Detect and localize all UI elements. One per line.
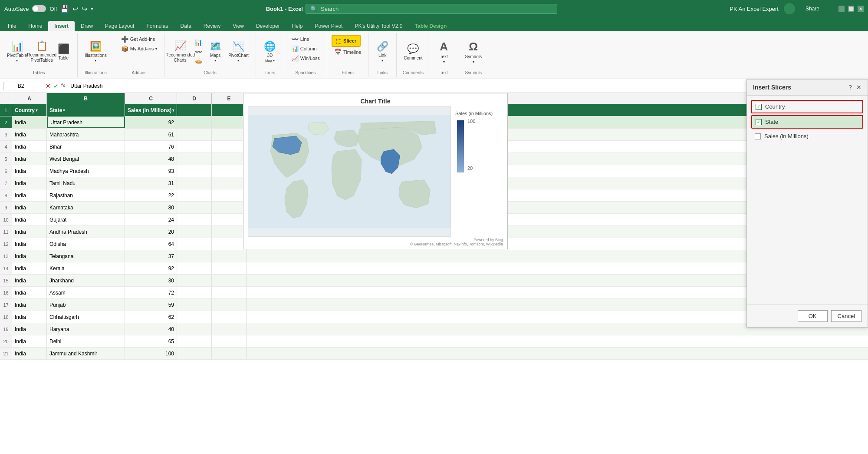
cell-20-sales[interactable]: 65 (125, 335, 177, 347)
cell-11-sales[interactable]: 20 (125, 226, 177, 238)
header-state[interactable]: State ▾ (47, 104, 125, 116)
cell-9-country[interactable]: India (12, 202, 47, 213)
cell-12-d[interactable] (177, 238, 212, 250)
symbols-button[interactable]: Ω Symbols ▾ (463, 38, 484, 66)
cell-20-d[interactable] (177, 335, 212, 347)
cell-3-sales[interactable]: 61 (125, 129, 177, 140)
cell-18-d[interactable] (177, 311, 212, 323)
cell-19-state[interactable]: Haryana (47, 323, 125, 335)
tab-tabledesign[interactable]: Table Design (409, 21, 453, 31)
cell-10-country[interactable]: India (12, 214, 47, 225)
cell-16-state[interactable]: Assam (47, 287, 125, 298)
cell-9-e[interactable] (212, 202, 247, 213)
slicer-button[interactable]: ⬚ Slicer (332, 35, 361, 47)
tab-data[interactable]: Data (174, 21, 197, 31)
cell-1e[interactable] (212, 104, 247, 116)
cell-11-d[interactable] (177, 226, 212, 238)
cell-7-sales[interactable]: 31 (125, 177, 177, 189)
cell-18-sales[interactable]: 62 (125, 311, 177, 323)
cell-16-country[interactable]: India (12, 287, 47, 298)
cell-17-sales[interactable]: 59 (125, 299, 177, 311)
cell-8-sales[interactable]: 22 (125, 189, 177, 201)
cell-1d[interactable] (177, 104, 212, 116)
cell-8-country[interactable]: India (12, 189, 47, 201)
illustrations-button[interactable]: 🖼️ Illustrations ▾ (82, 39, 109, 64)
autosave-toggle[interactable] (32, 5, 46, 12)
cell-6-sales[interactable]: 93 (125, 165, 177, 177)
column-chart-button[interactable]: 📊 (192, 38, 205, 47)
pivottable-button[interactable]: 📊 PivotTable ▾ (4, 39, 30, 64)
tab-review[interactable]: Review (197, 21, 227, 31)
cell-4-sales[interactable]: 76 (125, 141, 177, 152)
cell-19-e[interactable] (212, 323, 247, 335)
cell-15-d[interactable] (177, 275, 212, 286)
cell-15-country[interactable]: India (12, 275, 47, 286)
tab-help[interactable]: Help (286, 21, 309, 31)
slicer-checkbox-state[interactable] (756, 119, 762, 125)
get-addins-button[interactable]: ➕ Get Add-ins (118, 35, 158, 43)
cell-5-d[interactable] (177, 153, 212, 165)
recommended-charts-button[interactable]: 📈 Recommended Charts (169, 39, 191, 65)
cell-21-state[interactable]: Jammu and Kashmir (47, 348, 125, 359)
cell-8-d[interactable] (177, 189, 212, 201)
cell-12-e[interactable] (212, 238, 247, 250)
cell-4-e[interactable] (212, 141, 247, 152)
cell-4-country[interactable]: India (12, 141, 47, 152)
cell-11-country[interactable]: India (12, 226, 47, 238)
cell-17-country[interactable]: India (12, 299, 47, 311)
cell-20-country[interactable]: India (12, 335, 47, 347)
col-header-c[interactable]: C (125, 93, 177, 104)
cell-9-sales[interactable]: 80 (125, 202, 177, 213)
cell-21-country[interactable]: India (12, 348, 47, 359)
redo-icon[interactable]: ↪ (82, 5, 87, 13)
cell-3-d[interactable] (177, 129, 212, 140)
cell-13-state[interactable]: Telangana (47, 250, 125, 262)
maps-button[interactable]: 🗺️ Maps ▾ (206, 39, 225, 64)
slicers-help-icon[interactable]: ? (848, 84, 852, 91)
slicer-checkbox-country[interactable] (756, 104, 762, 110)
cell-5-sales[interactable]: 48 (125, 153, 177, 165)
link-button[interactable]: 🔗 Link ▾ (373, 39, 392, 64)
cell-13-d[interactable] (177, 250, 212, 262)
formula-input[interactable]: Uttar Pradesh (67, 83, 865, 89)
tab-insert[interactable]: Insert (48, 21, 75, 31)
line-chart-button[interactable]: 〰️ (192, 47, 205, 56)
comment-button[interactable]: 💬 Comment (401, 42, 425, 62)
cell-9-state[interactable]: Karnataka (47, 202, 125, 213)
share-button[interactable]: Share (800, 3, 825, 14)
cell-3-e[interactable] (212, 129, 247, 140)
cell-17-e[interactable] (212, 299, 247, 311)
header-country[interactable]: Country ▾ (12, 104, 47, 116)
line-sparkline-button[interactable]: 〰️ Line (289, 35, 312, 43)
cell-reference[interactable]: B2 (3, 82, 38, 90)
cell-19-country[interactable]: India (12, 323, 47, 335)
slicer-item-country[interactable]: Country (751, 100, 863, 113)
cell-2-d[interactable] (177, 116, 212, 128)
tab-powerpivot[interactable]: Power Pivot (309, 21, 349, 31)
pie-chart-button[interactable]: 🥧 (192, 56, 205, 65)
close-button[interactable]: ✕ (858, 6, 864, 12)
cell-18-e[interactable] (212, 311, 247, 323)
cancel-button[interactable]: Cancel (831, 310, 861, 322)
minimize-button[interactable]: ─ (838, 6, 845, 12)
col-header-b[interactable]: B (47, 93, 125, 104)
cell-21-e[interactable] (212, 348, 247, 359)
cell-5-country[interactable]: India (12, 153, 47, 165)
header-sales[interactable]: Sales (in Millions) ▾ (125, 104, 177, 116)
cell-10-sales[interactable]: 24 (125, 214, 177, 225)
col-header-e[interactable]: E (212, 93, 247, 104)
tab-formulas[interactable]: Formulas (140, 21, 174, 31)
cell-2-e[interactable] (212, 116, 247, 128)
cell-14-e[interactable] (212, 262, 247, 274)
cell-7-country[interactable]: India (12, 177, 47, 189)
col-header-d[interactable]: D (177, 93, 212, 104)
cell-13-country[interactable]: India (12, 250, 47, 262)
cell-17-d[interactable] (177, 299, 212, 311)
cell-13-e[interactable] (212, 250, 247, 262)
cell-16-sales[interactable]: 72 (125, 287, 177, 298)
undo-icon[interactable]: ↩ (72, 5, 78, 13)
cell-6-d[interactable] (177, 165, 212, 177)
tab-developer[interactable]: Developer (250, 21, 286, 31)
cell-2-sales[interactable]: 92 (125, 116, 177, 128)
cell-10-state[interactable]: Gujarat (47, 214, 125, 225)
